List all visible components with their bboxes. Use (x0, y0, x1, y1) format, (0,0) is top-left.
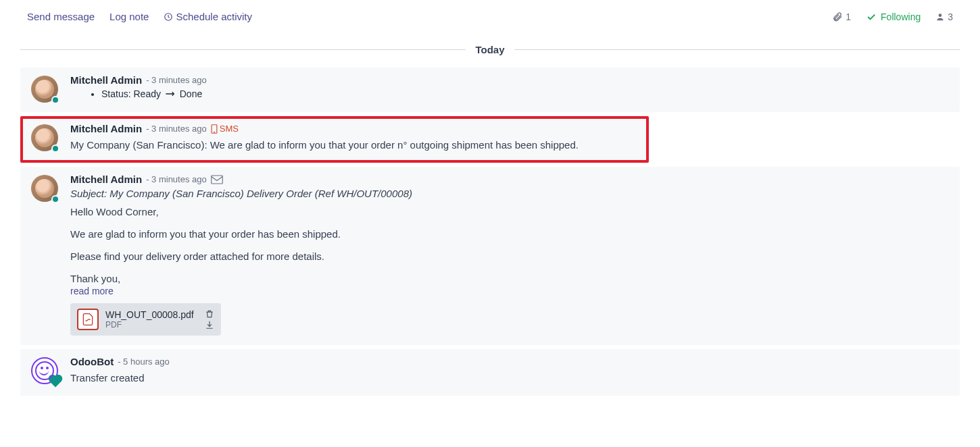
delete-attachment-button[interactable] (205, 309, 214, 319)
avatar-bot[interactable] (31, 357, 58, 384)
download-icon (205, 320, 214, 330)
schedule-activity-label: Schedule activity (176, 11, 252, 22)
followers-count: 3 (948, 11, 953, 22)
sms-badge-label: SMS (220, 124, 239, 134)
message-author[interactable]: Mitchell Admin (70, 174, 142, 185)
svg-rect-4 (211, 176, 222, 184)
message-body: Mitchell Admin - 3 minutes ago Subject: … (70, 174, 949, 336)
message-time: - 3 minutes ago (146, 75, 207, 85)
log-note-button[interactable]: Log note (109, 11, 149, 22)
check-icon (866, 11, 877, 22)
date-separator-label: Today (466, 44, 514, 55)
email-body: Hello Wood Corner, We are glad to inform… (70, 206, 949, 284)
message-item: Mitchell Admin - 3 minutes ago Status: R… (20, 68, 960, 112)
svg-point-3 (214, 132, 214, 132)
status-from: Ready (133, 88, 160, 99)
status-change: Status: Ready Done (101, 88, 949, 99)
message-author[interactable]: OdooBot (70, 356, 114, 367)
attachments-count: 1 (846, 11, 851, 22)
trash-icon (205, 309, 214, 319)
email-line: We are glad to inform you that your orde… (70, 228, 949, 240)
message-content: My Company (San Francisco): We are glad … (70, 137, 638, 153)
chatter-toolbar: Send message Log note Schedule activity … (20, 0, 960, 30)
message-content: Transfer created (70, 370, 949, 386)
message-item: Mitchell Admin - 3 minutes ago Subject: … (20, 167, 960, 345)
date-separator: Today (20, 44, 960, 55)
attachment-chip[interactable]: WH_OUT_00008.pdf PDF (70, 303, 221, 336)
svg-point-1 (939, 14, 942, 17)
read-more-link[interactable]: read more (70, 286, 114, 296)
chatter-panel: Send message Log note Schedule activity … (0, 0, 980, 447)
pdf-icon (77, 309, 99, 330)
message-body: OdooBot - 5 hours ago Transfer created (70, 356, 949, 386)
clock-icon (164, 12, 173, 22)
message-thread: Mitchell Admin - 3 minutes ago Status: R… (20, 68, 960, 396)
message-header: Mitchell Admin - 3 minutes ago SMS (70, 123, 638, 134)
download-attachment-button[interactable] (205, 320, 214, 330)
message-header: Mitchell Admin - 3 minutes ago (70, 174, 949, 185)
email-signoff: Thank you, (70, 273, 949, 284)
message-time: - 3 minutes ago (146, 124, 207, 134)
attachment-info: WH_OUT_00008.pdf PDF (105, 309, 194, 330)
paperclip-icon (832, 11, 843, 22)
sms-badge: SMS (211, 124, 239, 134)
attachment-actions (205, 309, 214, 330)
attachments-button[interactable]: 1 (832, 11, 851, 22)
message-body: Mitchell Admin - 3 minutes ago Status: R… (70, 74, 949, 103)
following-button[interactable]: Following (866, 11, 921, 22)
attachment-name: WH_OUT_00008.pdf (105, 309, 194, 320)
message-item-highlighted: Mitchell Admin - 3 minutes ago SMS My Co… (20, 116, 649, 163)
heart-icon (50, 376, 62, 388)
envelope-icon (211, 175, 223, 184)
user-icon (935, 12, 945, 22)
message-body: Mitchell Admin - 3 minutes ago SMS My Co… (70, 123, 638, 153)
phone-icon (211, 124, 218, 134)
status-to: Done (180, 88, 202, 99)
schedule-activity-button[interactable]: Schedule activity (164, 11, 252, 22)
email-subject: Subject: My Company (San Francisco) Deli… (70, 188, 949, 199)
presence-indicator (51, 195, 59, 203)
message-time: - 5 hours ago (118, 357, 170, 367)
status-label: Status: (101, 88, 131, 99)
message-item: OdooBot - 5 hours ago Transfer created (20, 349, 960, 396)
email-greeting: Hello Wood Corner, (70, 206, 949, 217)
avatar[interactable] (31, 124, 58, 151)
message-author[interactable]: Mitchell Admin (70, 123, 142, 134)
following-label: Following (881, 11, 921, 22)
send-message-button[interactable]: Send message (27, 11, 95, 22)
arrow-right-icon (165, 88, 176, 99)
email-line: Please find your delivery order attached… (70, 251, 949, 262)
toolbar-left: Send message Log note Schedule activity (27, 11, 252, 22)
followers-button[interactable]: 3 (935, 11, 953, 22)
message-header: OdooBot - 5 hours ago (70, 356, 949, 367)
avatar[interactable] (31, 175, 58, 202)
message-author[interactable]: Mitchell Admin (70, 74, 142, 86)
message-time: - 3 minutes ago (146, 174, 207, 184)
avatar[interactable] (31, 76, 58, 103)
attachment-type: PDF (105, 320, 194, 330)
message-header: Mitchell Admin - 3 minutes ago (70, 74, 949, 86)
presence-indicator (51, 144, 59, 153)
toolbar-right: 1 Following 3 (832, 11, 953, 22)
presence-indicator (51, 96, 59, 104)
